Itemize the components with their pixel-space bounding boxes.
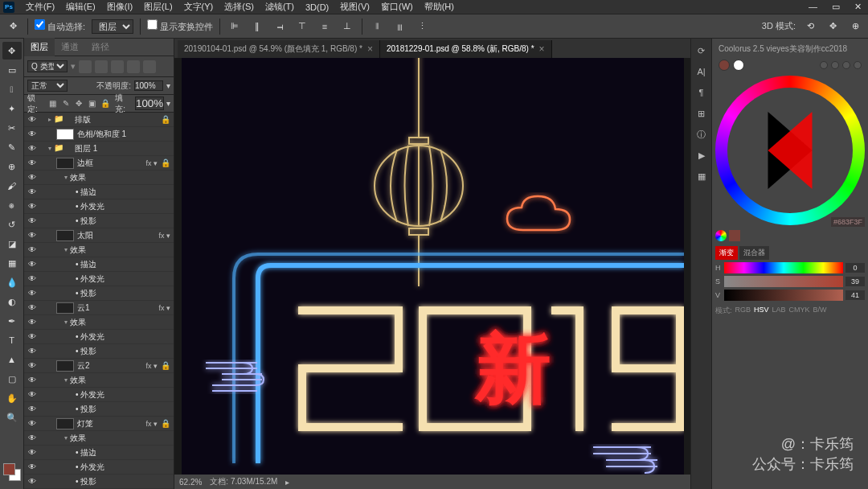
align-right-icon[interactable]: ⫤ [272,18,288,35]
layer-row[interactable]: 👁• 投影 [24,344,174,359]
visibility-icon[interactable]: 👁 [24,332,40,341]
visibility-icon[interactable]: 👁 [24,318,40,327]
fx-badge[interactable]: fx ▾ [158,232,170,240]
heal-tool[interactable]: ⊕ [2,158,22,175]
expand-icon[interactable]: ▾ [64,246,68,253]
layer-row[interactable]: 👁• 投影 [24,286,174,301]
hand-tool[interactable]: ✋ [2,389,22,407]
val-value[interactable]: 41 [845,290,865,300]
layer-row[interactable]: 👁云2fx ▾🔒 [24,359,174,373]
visibility-icon[interactable]: 👁 [24,376,40,384]
menu-3d[interactable]: 3D(D) [305,2,329,12]
hue-value[interactable]: 0 [845,263,865,273]
grid-icon[interactable] [831,61,839,69]
paragraph-icon[interactable]: ¶ [694,85,709,100]
visibility-icon[interactable]: 👁 [24,289,40,298]
visibility-icon[interactable]: 👁 [24,158,40,167]
grid-icon[interactable] [854,61,862,69]
mini-wheel-icon[interactable] [715,230,727,241]
layer-row[interactable]: 👁云1fx ▾ [24,301,174,315]
layer-list[interactable]: 👁▸📁排版🔒👁色相/饱和度 1👁▾📁图层 1👁边框fx ▾🔒👁▾效果👁• 描边👁… [24,113,174,489]
lock-transparency-icon[interactable]: ▦ [47,98,58,109]
current-color-swatch[interactable] [729,230,740,241]
fx-badge[interactable]: fx ▾ [145,420,158,428]
layer-row[interactable]: 👁• 外发光 [24,199,174,214]
lasso-tool[interactable]: 𓍯 [2,80,22,98]
mode-lab[interactable]: LAB [772,306,786,316]
visibility-icon[interactable]: 👁 [24,260,40,269]
visibility-icon[interactable]: 👁 [24,144,40,153]
lock-artboard-icon[interactable]: ▣ [87,98,97,109]
visibility-icon[interactable]: 👁 [24,390,40,399]
layer-row[interactable]: 👁灯笼fx ▾🔒 [24,417,174,431]
play-icon[interactable]: ▶ [694,148,709,162]
grid-icon[interactable] [842,61,850,69]
pen-tool[interactable]: ✒ [2,312,22,330]
path-select-tool[interactable]: ▲ [2,351,22,368]
fx-badge[interactable]: fx ▾ [158,304,170,312]
menu-edit[interactable]: 编辑(E) [66,1,96,13]
layer-row[interactable]: 👁• 描边 [24,257,174,272]
expand-icon[interactable]: ▾ [64,174,68,181]
visibility-icon[interactable]: 👁 [24,231,40,240]
swatch-dot[interactable] [733,60,744,71]
menu-view[interactable]: 视图(V) [340,1,370,13]
sat-slider[interactable] [724,276,843,287]
layer-row[interactable]: 👁边框fx ▾🔒 [24,156,174,171]
mode-rgb[interactable]: RGB [735,306,751,316]
mode-hsv[interactable]: HSV [754,306,769,316]
3d-zoom-icon[interactable]: ⊕ [847,18,863,35]
align-center-v-icon[interactable]: ≡ [317,18,333,35]
fx-badge[interactable]: fx ▾ [145,362,158,370]
tab-channels[interactable]: 通道 [55,38,85,56]
align-top-icon[interactable]: ⊤ [294,18,310,35]
layer-row[interactable]: 👁• 投影 [24,402,174,417]
gradient-tool[interactable]: ▦ [2,254,22,272]
expand-icon[interactable]: ▾ [64,318,68,326]
align-center-h-icon[interactable]: ‖ [249,18,265,35]
expand-icon[interactable]: ▾ [48,145,51,152]
close-icon[interactable]: × [367,43,373,55]
move-tool[interactable]: ✥ [2,42,22,60]
visibility-icon[interactable]: 👁 [24,477,40,486]
canvas[interactable]: 新 [174,58,690,475]
filter-text-icon[interactable] [111,60,124,73]
zoom-tool[interactable]: 🔍 [2,409,22,426]
menu-image[interactable]: 图像(I) [107,1,133,13]
visibility-icon[interactable]: 👁 [24,129,40,138]
layer-row[interactable]: 👁▾效果 [24,243,174,257]
menu-filter[interactable]: 滤镜(T) [265,1,294,13]
tab-layers[interactable]: 图层 [24,38,55,56]
fx-badge[interactable]: fx ▾ [145,159,158,167]
zoom-level[interactable]: 62.2% [179,478,202,487]
menu-type[interactable]: 文字(Y) [184,1,214,13]
swatches-icon[interactable]: ▦ [694,169,709,183]
layer-row[interactable]: 👁▸📁排版🔒 [24,113,174,127]
blend-mode-dropdown[interactable]: 正常 [27,80,68,92]
menu-layer[interactable]: 图层(L) [144,1,172,13]
lock-pixels-icon[interactable]: ✎ [60,98,71,109]
align-bottom-icon[interactable]: ⊥ [339,18,355,35]
menu-file[interactable]: 文件(F) [26,1,55,13]
layer-row[interactable]: 👁• 外发光 [24,460,174,475]
3d-pan-icon[interactable]: ✥ [825,18,841,35]
window-restore-icon[interactable]: ▭ [832,2,840,12]
layer-row[interactable]: 👁• 投影 [24,214,174,228]
visibility-icon[interactable]: 👁 [24,115,40,124]
document-tab[interactable]: 20190104-01.psd @ 54.9% (颜色填充 1, RGB/8) … [178,40,380,58]
visibility-icon[interactable]: 👁 [24,361,40,370]
menu-select[interactable]: 选择(S) [224,1,254,13]
color-wheel[interactable]: #683F3F [715,76,865,225]
align-left-icon[interactable]: ⊫ [227,18,243,35]
visibility-icon[interactable]: 👁 [24,419,40,428]
crop-tool[interactable]: ✂ [2,119,22,137]
stamp-tool[interactable]: ⎈ [2,196,22,214]
tab-paths[interactable]: 路径 [85,38,116,56]
layer-row[interactable]: 👁色相/饱和度 1 [24,127,174,142]
mode-bw[interactable]: B/W [813,306,827,316]
visibility-icon[interactable]: 👁 [24,347,40,355]
auto-select-check[interactable]: 自动选择: [35,19,85,33]
visibility-icon[interactable]: 👁 [24,448,40,457]
distribute-icon-2[interactable]: ⫼ [391,18,407,35]
filter-shape-icon[interactable] [127,60,140,73]
